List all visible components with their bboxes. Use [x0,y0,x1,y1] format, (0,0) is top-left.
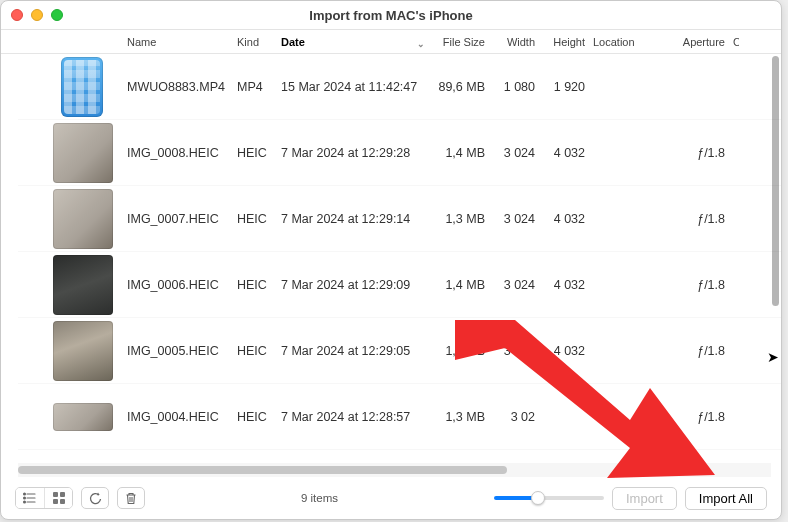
cell-width: 3 024 [489,344,539,358]
cell-name: IMG_0006.HEIC [123,278,233,292]
file-list: MWUO8883.MP4MP415 Mar 2024 at 11:42:4789… [1,54,781,463]
svg-point-3 [24,493,26,495]
trash-icon [125,492,137,505]
cell-name: IMG_0005.HEIC [123,344,233,358]
table-row[interactable]: IMG_0007.HEICHEIC7 Mar 2024 at 12:29:141… [18,186,781,252]
cell-kind: HEIC [233,278,277,292]
cell-aperture: ƒ/1.8 [669,278,729,292]
view-mode-segment [15,487,73,509]
cell-width: 3 024 [489,212,539,226]
column-header-kind[interactable]: Kind [233,36,277,48]
cell-width: 1 080 [489,80,539,94]
cell-kind: HEIC [233,212,277,226]
cell-size: 1,3 MB [429,212,489,226]
maximize-window-button[interactable] [51,9,63,21]
cell-size: 1,4 MB [429,278,489,292]
svg-rect-6 [53,492,58,497]
cell-aperture: ƒ/1.8 [669,212,729,226]
svg-rect-9 [60,499,65,504]
svg-rect-7 [60,492,65,497]
thumbnail-icon [53,123,113,183]
cell-date: 7 Mar 2024 at 12:29:05 [277,344,429,358]
cell-height: 4 032 [539,146,589,160]
cell-kind: HEIC [233,146,277,160]
cell-aperture: ƒ/1.8 [669,344,729,358]
import-all-button[interactable]: Import All [685,487,767,510]
table-row[interactable]: MWUO8883.MP4MP415 Mar 2024 at 11:42:4789… [18,54,781,120]
thumbnail-icon [53,321,113,381]
cell-date: 7 Mar 2024 at 12:28:57 [277,410,429,424]
close-window-button[interactable] [11,9,23,21]
thumbnail-icon [53,403,113,431]
horizontal-scrollbar[interactable] [18,466,507,474]
thumbnail-cell [18,403,123,431]
thumbnail-cell [18,57,123,117]
cell-height: 4 032 [539,212,589,226]
cell-name: MWUO8883.MP4 [123,80,233,94]
cell-size: 1,3 MB [429,410,489,424]
delete-button[interactable] [117,487,145,509]
horizontal-scrollbar-track[interactable] [18,463,771,477]
cell-kind: HEIC [233,344,277,358]
svg-point-4 [24,497,26,499]
column-header-aperture[interactable]: Aperture [669,36,729,48]
cell-width: 3 02 [489,410,539,424]
import-window: Import from MAC's iPhone Name Kind Date … [0,0,782,520]
cell-height: 4 032 [539,344,589,358]
rotate-button[interactable] [81,487,109,509]
grid-view-icon [53,492,65,504]
cell-aperture: ƒ/1.8 [669,146,729,160]
cell-height: 4 032 [539,278,589,292]
toolbar: 9 items Import Import All [1,477,781,519]
table-row[interactable]: IMG_0008.HEICHEIC7 Mar 2024 at 12:29:281… [18,120,781,186]
cell-height: 1 920 [539,80,589,94]
thumbnail-cell [18,123,123,183]
cell-aperture: ƒ/1.8 [669,410,729,424]
column-header-name[interactable]: Name [123,36,233,48]
thumbnail-icon [61,57,103,117]
list-view-icon [23,492,37,504]
cell-size: 1,6 MB [429,344,489,358]
column-headers: Name Kind Date ⌄ File Size Width Height … [1,30,781,54]
window-controls [11,9,63,21]
cell-kind: HEIC [233,410,277,424]
thumbnail-icon [53,255,113,315]
table-row[interactable]: IMG_0004.HEICHEIC7 Mar 2024 at 12:28:571… [18,384,781,450]
cursor-icon: ➤ [767,349,779,365]
cell-name: IMG_0007.HEIC [123,212,233,226]
cell-kind: MP4 [233,80,277,94]
titlebar: Import from MAC's iPhone [1,1,781,30]
minimize-window-button[interactable] [31,9,43,21]
cell-date: 7 Mar 2024 at 12:29:09 [277,278,429,292]
thumbnail-cell [18,255,123,315]
column-header-extra[interactable]: C [729,36,739,48]
cell-date: 7 Mar 2024 at 12:29:14 [277,212,429,226]
slider-knob[interactable] [531,491,545,505]
cell-size: 89,6 MB [429,80,489,94]
thumbnail-size-slider[interactable] [494,496,604,500]
cell-width: 3 024 [489,278,539,292]
column-header-width[interactable]: Width [489,36,539,48]
column-header-date[interactable]: Date ⌄ [277,36,429,48]
thumbnail-icon [53,189,113,249]
cell-date: 7 Mar 2024 at 12:29:28 [277,146,429,160]
column-header-file-size[interactable]: File Size [429,36,489,48]
import-selected-button[interactable]: Import [612,487,677,510]
list-view-button[interactable] [16,488,44,508]
cell-size: 1,4 MB [429,146,489,160]
window-title: Import from MAC's iPhone [1,8,781,23]
rotate-icon [89,492,102,505]
status-text: 9 items [153,492,486,504]
cell-width: 3 024 [489,146,539,160]
cell-date: 15 Mar 2024 at 11:42:47 [277,80,429,94]
table-row[interactable]: IMG_0005.HEICHEIC7 Mar 2024 at 12:29:051… [18,318,781,384]
table-row[interactable]: IMG_0006.HEICHEIC7 Mar 2024 at 12:29:091… [18,252,781,318]
svg-point-5 [24,501,26,503]
svg-rect-8 [53,499,58,504]
column-header-date-label: Date [281,36,305,48]
column-header-location[interactable]: Location [589,36,669,48]
sort-descending-icon: ⌄ [417,39,425,48]
grid-view-button[interactable] [44,488,72,508]
cell-name: IMG_0008.HEIC [123,146,233,160]
column-header-height[interactable]: Height [539,36,589,48]
